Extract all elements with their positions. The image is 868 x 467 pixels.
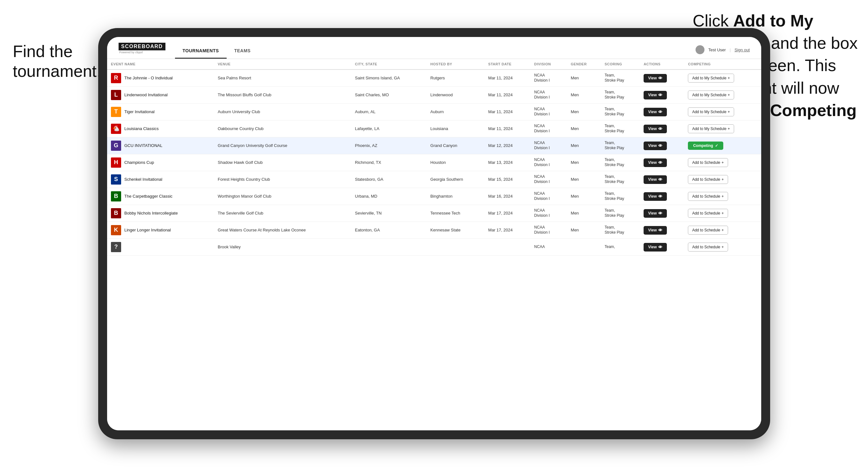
eye-icon: 👁	[658, 228, 662, 233]
event-name-cell-8: B Bobby Nichols Intercollegiate	[107, 205, 214, 222]
plus-icon: +	[721, 228, 723, 232]
gender-cell: Men	[567, 188, 601, 205]
nav-bar: SCOREBOARD Powered by clippd TOURNAMENTS…	[107, 37, 761, 59]
nav-tabs: TOURNAMENTS TEAMS	[175, 44, 695, 59]
division-cell: NCAADivision I	[530, 121, 567, 137]
view-label: View	[648, 160, 657, 165]
team-logo: G	[111, 141, 121, 151]
division-cell: NCAA	[530, 239, 567, 256]
event-name: GCU INVITATIONAL	[124, 143, 162, 149]
competing-button[interactable]: Competing ✓	[688, 142, 723, 150]
view-button[interactable]: View 👁	[644, 175, 667, 184]
add-to-schedule-button[interactable]: Add to Schedule +	[688, 192, 728, 201]
division-cell: NCAADivision I	[530, 103, 567, 121]
start-date-cell: Mar 11, 2024	[485, 121, 530, 137]
scoring-cell: Team,Stroke Play	[601, 103, 640, 121]
view-button[interactable]: View 👁	[644, 125, 667, 133]
eye-icon: 👁	[658, 110, 662, 115]
city-state-cell: Lafayette, LA	[351, 121, 427, 137]
event-name: Tiger Invitational	[124, 110, 155, 115]
competing-cell: Add to Schedule +	[684, 222, 761, 239]
city-state-cell: Sevierville, TN	[351, 205, 427, 222]
eye-icon: 👁	[658, 211, 662, 216]
event-name: The Johnnie - O Individual	[124, 75, 173, 81]
scoring-cell: Team,Stroke Play	[601, 87, 640, 103]
view-button[interactable]: View 👁	[644, 142, 667, 150]
app-logo: SCOREBOARD Powered by clippd	[119, 43, 165, 59]
competing-cell: Add to Schedule +	[684, 154, 761, 171]
tab-teams[interactable]: TEAMS	[227, 44, 258, 59]
team-logo: K	[111, 225, 121, 235]
event-name: Bobby Nichols Intercollegiate	[124, 211, 178, 216]
team-logo: B	[111, 191, 121, 201]
add-to-schedule-button[interactable]: Add to Schedule +	[688, 209, 728, 218]
hosted-by-cell: Auburn	[427, 103, 485, 121]
competing-cell: Add to Schedule +	[684, 205, 761, 222]
checkmark-icon: ✓	[715, 144, 718, 148]
start-date-cell: Mar 16, 2024	[485, 188, 530, 205]
actions-cell: View 👁	[640, 154, 684, 171]
venue-cell: Shadow Hawk Golf Club	[214, 154, 351, 171]
view-label: View	[648, 211, 657, 216]
start-date-cell: Mar 11, 2024	[485, 103, 530, 121]
start-date-cell: Mar 15, 2024	[485, 171, 530, 188]
scoring-cell: Team,Stroke Play	[601, 121, 640, 137]
gender-cell	[567, 239, 601, 256]
view-button[interactable]: View 👁	[644, 158, 667, 167]
gender-cell: Men	[567, 222, 601, 239]
table-header: EVENT NAME VENUE CITY, STATE HOSTED BY S…	[107, 59, 761, 69]
table-row: L Lindenwood Invitational The Missouri B…	[107, 87, 761, 103]
venue-cell: Great Waters Course At Reynolds Lake Oco…	[214, 222, 351, 239]
gender-cell: Men	[567, 121, 601, 137]
tablet-screen: SCOREBOARD Powered by clippd TOURNAMENTS…	[107, 37, 761, 430]
table-row: G GCU INVITATIONAL Grand Canyon Universi…	[107, 137, 761, 154]
table-row: B Bobby Nichols Intercollegiate The Sevi…	[107, 205, 761, 222]
hosted-by-cell: Rutgers	[427, 69, 485, 87]
view-button[interactable]: View 👁	[644, 209, 667, 218]
table-row: B The Carpetbagger Classic Worthington M…	[107, 188, 761, 205]
view-button[interactable]: View 👁	[644, 108, 667, 116]
view-button[interactable]: View 👁	[644, 91, 667, 99]
event-name-cell-7: B The Carpetbagger Classic	[107, 188, 214, 205]
table-row: K Linger Longer Invitational Great Water…	[107, 222, 761, 239]
event-name-cell-10: ?	[107, 239, 214, 256]
gender-cell: Men	[567, 205, 601, 222]
venue-cell: Forest Heights Country Club	[214, 171, 351, 188]
view-button[interactable]: View 👁	[644, 192, 667, 201]
gender-cell: Men	[567, 69, 601, 87]
add-to-schedule-button[interactable]: Add to My Schedule +	[688, 91, 734, 99]
team-logo: ?	[111, 242, 121, 252]
col-scoring: SCORING	[601, 59, 640, 69]
event-name-cell-4: G GCU INVITATIONAL	[107, 137, 214, 154]
sign-out-link[interactable]: Sign out	[735, 48, 750, 52]
add-to-schedule-button[interactable]: Add to Schedule +	[688, 226, 728, 235]
division-cell: NCAADivision I	[530, 69, 567, 87]
hosted-by-cell	[427, 239, 485, 256]
add-to-schedule-button[interactable]: Add to My Schedule +	[688, 74, 734, 83]
plus-icon: +	[728, 76, 730, 80]
add-to-schedule-button[interactable]: Add to My Schedule +	[688, 107, 734, 116]
scoring-cell: Team,Stroke Play	[601, 137, 640, 154]
add-to-schedule-button[interactable]: Add to Schedule +	[688, 243, 728, 251]
add-to-schedule-button[interactable]: Add to Schedule +	[688, 158, 728, 167]
plus-icon: +	[728, 93, 730, 97]
team-logo: T	[111, 107, 121, 117]
event-name: Lindenwood Invitational	[124, 92, 168, 98]
view-label: View	[648, 127, 657, 131]
view-button[interactable]: View 👁	[644, 74, 667, 83]
add-to-schedule-button[interactable]: Add to Schedule +	[688, 175, 728, 184]
view-label: View	[648, 177, 657, 182]
view-label: View	[648, 144, 657, 148]
hosted-by-cell: Louisiana	[427, 121, 485, 137]
table-row: S Schenkel Invitational Forest Heights C…	[107, 171, 761, 188]
view-button[interactable]: View 👁	[644, 226, 667, 235]
user-avatar	[695, 45, 705, 54]
add-label: Add to My Schedule	[692, 127, 726, 131]
competing-cell: Add to My Schedule +	[684, 69, 761, 87]
tab-tournaments[interactable]: TOURNAMENTS	[175, 44, 227, 59]
view-label: View	[648, 76, 657, 80]
table-row: R The Johnnie - O Individual Sea Palms R…	[107, 69, 761, 87]
add-to-schedule-button[interactable]: Add to My Schedule +	[688, 124, 734, 133]
view-button[interactable]: View 👁	[644, 243, 667, 251]
division-cell: NCAADivision I	[530, 205, 567, 222]
